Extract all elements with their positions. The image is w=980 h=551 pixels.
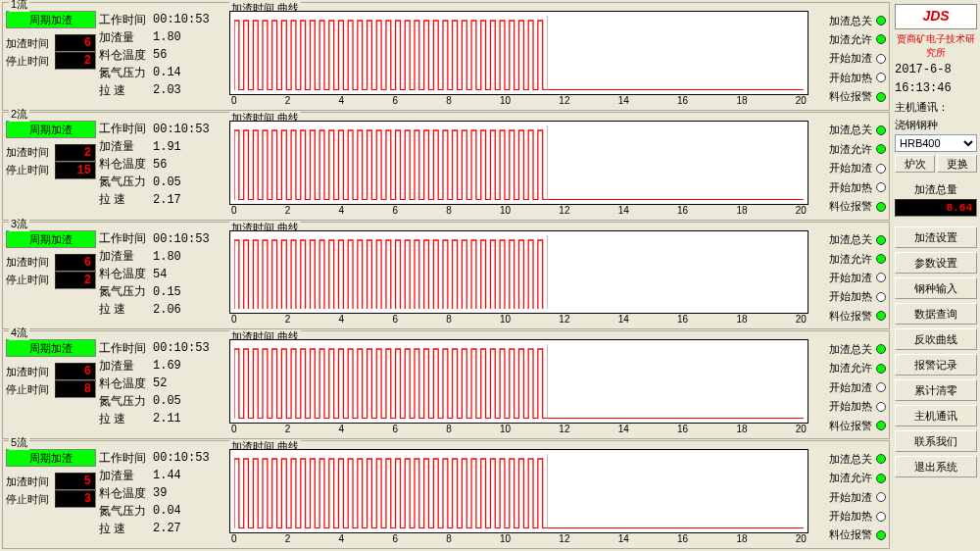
led-label: 加渣总关 xyxy=(829,342,872,357)
stop-time-value: 2 xyxy=(55,52,96,70)
add-time-label: 加渣时间 xyxy=(6,145,55,160)
led-dot-icon xyxy=(876,273,886,282)
led-row-3-3: 开始加热 xyxy=(811,399,886,415)
side-button-4[interactable]: 反吹曲线 xyxy=(895,328,977,350)
panel-title: 1流 xyxy=(9,0,29,12)
led-dot-icon xyxy=(876,492,886,502)
steel-select[interactable]: HRB400 xyxy=(895,134,977,152)
led-row-1-0: 加渣总关 xyxy=(811,123,886,138)
led-label: 料位报警 xyxy=(829,527,872,542)
side-button-8[interactable]: 联系我们 xyxy=(895,430,977,452)
led-dot-icon xyxy=(876,144,886,154)
led-label: 开始加热 xyxy=(829,289,872,304)
led-dot-icon xyxy=(876,73,886,82)
side-button-2[interactable]: 钢种输入 xyxy=(895,277,977,299)
panel-title: 5流 xyxy=(9,435,29,450)
led-row-1-1: 加渣允许 xyxy=(811,141,886,157)
led-label: 开始加渣 xyxy=(829,271,872,285)
led-row-2-2: 开始加渣 xyxy=(811,270,886,285)
led-row-0-1: 加渣允许 xyxy=(811,31,886,47)
panel-3: 3流 周期加渣 加渣时间6 停止时间2 工作时间00:10:53 加渣量1.80… xyxy=(2,222,890,330)
led-row-4-3: 开始加热 xyxy=(811,509,886,525)
total-add-value xyxy=(895,199,977,217)
led-row-0-2: 开始加渣 xyxy=(811,51,886,67)
add-time-value: 6 xyxy=(55,34,96,52)
led-dot-icon xyxy=(876,454,886,464)
led-column: 加渣总关 加渣允许 开始加渣 开始加热 料位报警 xyxy=(811,449,886,545)
led-label: 料位报警 xyxy=(829,309,872,324)
led-row-3-4: 料位报警 xyxy=(811,418,886,433)
work-time-label: 工作时间 xyxy=(99,230,153,247)
temp-value: 52 xyxy=(153,376,221,390)
replace-button[interactable]: 更换 xyxy=(937,155,977,173)
side-button-6[interactable]: 累计清零 xyxy=(895,379,977,401)
speed-label: 拉 速 xyxy=(99,521,153,537)
stop-time-value: 15 xyxy=(55,162,96,179)
led-dot-icon xyxy=(876,402,886,412)
add-time-value: 2 xyxy=(55,144,96,162)
addqty-value: 1.91 xyxy=(153,140,221,154)
led-row-4-2: 开始加渣 xyxy=(811,489,886,505)
addqty-label: 加渣量 xyxy=(99,138,153,155)
led-row-4-0: 加渣总关 xyxy=(811,451,886,467)
chart-2 xyxy=(229,121,808,205)
side-button-9[interactable]: 退出系统 xyxy=(895,456,977,477)
chart-xaxis: 02468101214161820 xyxy=(229,314,808,326)
speed-value: 2.06 xyxy=(153,303,221,317)
stop-time-label: 停止时间 xyxy=(6,492,55,507)
stop-time-value: 3 xyxy=(55,490,96,508)
side-button-0[interactable]: 加渣设置 xyxy=(895,226,977,248)
addqty-label: 加渣量 xyxy=(99,248,153,265)
side-button-1[interactable]: 参数设置 xyxy=(895,252,977,274)
chart-xaxis: 02468101214161820 xyxy=(229,533,808,545)
n2-value: 0.15 xyxy=(153,285,221,299)
add-time-value: 6 xyxy=(55,254,96,272)
led-row-3-2: 开始加渣 xyxy=(811,379,886,395)
led-dot-icon xyxy=(876,34,886,44)
led-row-0-3: 开始加热 xyxy=(811,70,886,85)
cycle-button-3[interactable]: 周期加渣 xyxy=(6,230,96,248)
led-label: 加渣允许 xyxy=(829,471,872,485)
cycle-button-5[interactable]: 周期加渣 xyxy=(6,449,96,467)
cycle-button-1[interactable]: 周期加渣 xyxy=(6,11,96,28)
addqty-value: 1.69 xyxy=(153,359,221,373)
led-label: 料位报警 xyxy=(829,89,872,104)
work-time-label: 工作时间 xyxy=(99,450,153,467)
led-label: 开始加热 xyxy=(829,399,872,414)
side-button-5[interactable]: 报警记录 xyxy=(895,354,977,376)
led-label: 加渣允许 xyxy=(829,252,872,267)
speed-value: 2.27 xyxy=(153,522,221,535)
led-label: 加渣允许 xyxy=(829,142,872,157)
chart-xaxis: 02468101214161820 xyxy=(229,424,808,435)
cycle-button-2[interactable]: 周期加渣 xyxy=(6,121,96,138)
led-label: 料位报警 xyxy=(829,199,872,214)
led-dot-icon xyxy=(876,254,886,264)
led-dot-icon xyxy=(876,164,886,174)
led-row-2-4: 料位报警 xyxy=(811,308,886,324)
panel-4: 4流 周期加渣 加渣时间6 停止时间8 工作时间00:10:53 加渣量1.69… xyxy=(2,330,890,439)
time-display: 16:13:46 xyxy=(895,81,977,97)
led-dot-icon xyxy=(876,92,886,102)
temp-label: 料仓温度 xyxy=(99,47,153,64)
panel-5: 5流 周期加渣 加渣时间5 停止时间3 工作时间00:10:53 加渣量1.44… xyxy=(2,440,890,549)
side-button-7[interactable]: 主机通讯 xyxy=(895,405,977,426)
work-time-label: 工作时间 xyxy=(99,340,153,357)
stop-time-label: 停止时间 xyxy=(6,163,55,177)
add-time-value: 6 xyxy=(55,363,96,380)
work-time-value: 00:10:53 xyxy=(153,13,221,26)
temp-label: 料仓温度 xyxy=(99,376,153,392)
n2-label: 氮气压力 xyxy=(99,503,153,520)
stop-time-label: 停止时间 xyxy=(6,54,55,69)
led-dot-icon xyxy=(876,382,886,392)
chart-4 xyxy=(229,339,808,424)
led-row-0-0: 加渣总关 xyxy=(811,13,886,28)
led-dot-icon xyxy=(876,474,886,483)
date-display: 2017-6-8 xyxy=(895,63,977,78)
cycle-button-4[interactable]: 周期加渣 xyxy=(6,339,96,357)
led-dot-icon xyxy=(876,125,886,135)
side-button-3[interactable]: 数据查询 xyxy=(895,303,977,325)
stop-time-label: 停止时间 xyxy=(6,273,55,287)
led-label: 加渣总关 xyxy=(829,232,872,247)
work-time-label: 工作时间 xyxy=(99,12,153,28)
ladle-button[interactable]: 炉次 xyxy=(895,155,935,173)
